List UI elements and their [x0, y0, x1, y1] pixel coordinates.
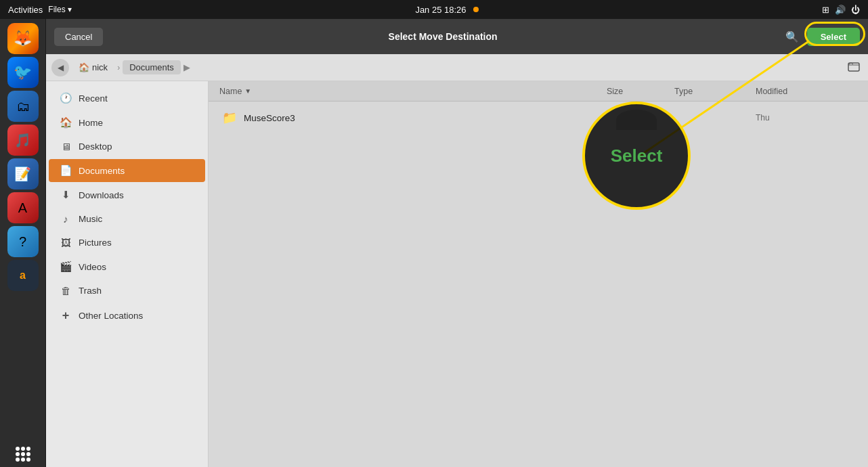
column-type-label: Type — [674, 87, 693, 96]
documents-breadcrumb-label: Documents — [129, 62, 174, 72]
sidebar-pictures-label: Pictures — [79, 238, 112, 248]
column-modified-label: Modified — [756, 87, 787, 96]
nick-label: nick — [92, 62, 108, 72]
dialog-header: Cancel Select Move Destination 🔍 Select — [46, 19, 868, 54]
breadcrumb-documents[interactable]: Documents — [123, 60, 181, 74]
folder-icon: 📁 — [222, 110, 237, 125]
dock-writer[interactable]: 📝 — [7, 158, 39, 190]
column-name-label: Name — [219, 87, 242, 96]
breadcrumb-bar: ◀ 🏠 nick › Documents ▶ — [46, 54, 868, 81]
home-sidebar-icon: 🏠 — [60, 116, 72, 129]
cancel-button[interactable]: Cancel — [54, 28, 103, 46]
sidebar-trash-label: Trash — [79, 286, 102, 296]
back-button[interactable]: ◀ — [51, 59, 69, 76]
home-icon: 🏠 — [79, 62, 89, 72]
topbar-right: ⊞ 🔊 ⏻ — [822, 5, 860, 15]
activities-label[interactable]: Activities — [8, 5, 43, 15]
sidebar-item-downloads[interactable]: ⬇ Downloads — [49, 183, 205, 206]
sidebar-item-trash[interactable]: 🗑 Trash — [49, 280, 205, 302]
dialog-title: Select Move Destination — [108, 31, 777, 42]
column-name[interactable]: Name ▼ — [219, 87, 607, 96]
column-type[interactable]: Type — [674, 87, 756, 96]
new-folder-button[interactable] — [845, 58, 863, 78]
table-row[interactable]: 📁 MuseScore3 Thu — [219, 107, 857, 129]
downloads-icon: ⬇ — [60, 189, 72, 201]
column-size-label: Size — [607, 87, 623, 96]
topbar-left: Activities Files ▾ — [8, 5, 72, 15]
network-icon[interactable]: ⊞ — [822, 5, 829, 15]
recording-dot — [473, 7, 479, 12]
desktop-icon: 🖥 — [60, 141, 72, 152]
sidebar-downloads-label: Downloads — [79, 190, 124, 200]
dock-appstore[interactable]: A — [7, 192, 39, 223]
datetime-label: Jan 25 18:26 — [415, 5, 466, 15]
volume-icon[interactable]: 🔊 — [835, 5, 846, 15]
taskbar: 🦊 🐦 🗂 🎵 📝 A ? a — [0, 19, 46, 467]
show-applications-button[interactable] — [16, 447, 30, 462]
music-icon: ♪ — [60, 213, 72, 225]
file-dialog: Cancel Select Move Destination 🔍 Select … — [46, 19, 868, 467]
other-locations-icon: + — [60, 309, 72, 323]
breadcrumb-separator: › — [117, 63, 120, 72]
select-button[interactable]: Select — [807, 28, 860, 46]
dock-amazon[interactable]: a — [7, 260, 39, 291]
dock-firefox[interactable]: 🦊 — [7, 23, 39, 54]
sidebar-item-documents[interactable]: 📄 Documents — [49, 159, 205, 182]
dock-files[interactable]: 🗂 — [7, 91, 39, 122]
sidebar-item-home[interactable]: 🏠 Home — [49, 111, 205, 134]
videos-icon: 🎬 — [60, 261, 72, 273]
sidebar-desktop-label: Desktop — [79, 141, 112, 152]
sidebar-item-desktop[interactable]: 🖥 Desktop — [49, 135, 205, 158]
sidebar-item-other-locations[interactable]: + Other Locations — [49, 303, 205, 328]
pictures-icon: 🖼 — [60, 237, 72, 248]
column-size[interactable]: Size — [607, 87, 674, 96]
dock-thunderbird[interactable]: 🐦 — [7, 57, 39, 88]
column-headers: Name ▼ Size Type Modified — [209, 81, 868, 102]
sidebar-music-label: Music — [79, 214, 102, 224]
sidebar-recent-label: Recent — [79, 93, 108, 104]
dock-rhythmbox[interactable]: 🎵 — [7, 125, 39, 156]
sidebar-item-videos[interactable]: 🎬 Videos — [49, 255, 205, 278]
file-modified: Thu — [756, 113, 857, 123]
sidebar-other-locations-label: Other Locations — [79, 311, 143, 321]
dock-help[interactable]: ? — [7, 226, 39, 257]
column-modified[interactable]: Modified — [756, 87, 857, 96]
files-menu[interactable]: Files ▾ — [48, 5, 72, 14]
main-container: 🦊 🐦 🗂 🎵 📝 A ? a Cancel Select Move Desti… — [0, 19, 868, 467]
breadcrumb-forward-button[interactable]: ▶ — [183, 62, 190, 72]
recent-icon: 🕐 — [60, 92, 72, 104]
documents-icon: 📄 — [60, 164, 72, 177]
sidebar-home-label: Home — [79, 118, 103, 128]
svg-rect-0 — [848, 63, 859, 71]
file-list: 📁 MuseScore3 Thu — [209, 102, 868, 467]
trash-icon: 🗑 — [60, 285, 72, 296]
sidebar-item-music[interactable]: ♪ Music — [49, 208, 205, 230]
topbar-center: Jan 25 18:26 — [415, 5, 478, 15]
topbar: Activities Files ▾ Jan 25 18:26 ⊞ 🔊 ⏻ — [0, 0, 868, 19]
search-button[interactable]: 🔍 — [783, 28, 802, 46]
breadcrumb-home[interactable]: 🏠 nick — [72, 60, 114, 74]
file-name: MuseScore3 — [244, 113, 607, 123]
sidebar-item-pictures[interactable]: 🖼 Pictures — [49, 231, 205, 254]
sidebar-documents-label: Documents — [79, 166, 125, 176]
sidebar-videos-label: Videos — [79, 262, 106, 272]
file-list-area: Name ▼ Size Type Modified 📁 — [209, 81, 868, 467]
sidebar-item-recent[interactable]: 🕐 Recent — [49, 87, 205, 110]
sort-icon: ▼ — [244, 87, 251, 95]
sidebar: 🕐 Recent 🏠 Home 🖥 Desktop 📄 Documents ⬇ — [46, 81, 209, 467]
power-icon[interactable]: ⏻ — [851, 5, 860, 15]
content-area: 🕐 Recent 🏠 Home 🖥 Desktop 📄 Documents ⬇ — [46, 81, 868, 467]
